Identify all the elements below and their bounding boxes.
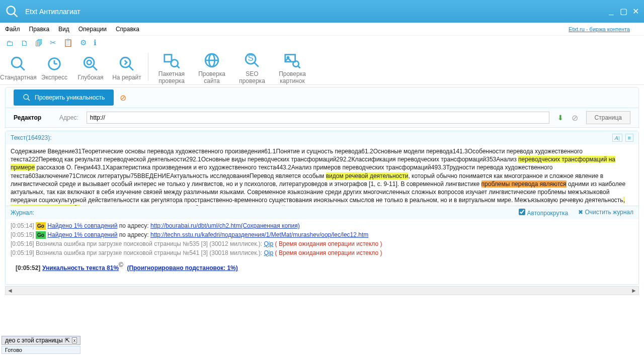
menu-file[interactable]: Файл [5,26,20,33]
window-title: Etxt Антиплагиат [25,8,607,16]
svg-line-11 [129,66,133,70]
menu-bar: Файл Правка Вид Операции Справка Etxt.ru… [0,23,644,36]
svg-line-14 [177,66,179,68]
log-row: [0:05:16] Возникла ошибка при загрузке п… [11,239,633,248]
svg-text:S: S [248,53,254,63]
svg-line-1 [14,13,18,17]
check-uniqueness-button[interactable]: Проверить уникальность [14,89,114,106]
svg-point-23 [293,61,298,66]
copy-icon[interactable]: 🗐 [35,39,43,47]
url-link[interactable]: http://techn.sstu.ru/kafedri/подразделен… [150,231,368,238]
check-images[interactable]: Проверкакартинок [272,50,312,84]
font-icon[interactable]: A| [612,134,622,142]
scroll-right-icon[interactable]: ► [629,287,638,294]
text-header: Текст(164923): [11,134,52,141]
log-row: [0:05:19] Возникла ошибка при загрузке п… [11,248,633,257]
journal-log: [0:05:14] Go Найдено 1% совпадений по ад… [6,219,638,285]
status-ready: Готово [2,346,80,354]
svg-point-25 [24,95,28,99]
main-toolbar: Стандартная Экспресс Глубокая На рерайт … [0,50,644,85]
open-icon[interactable]: 🗀 [6,39,14,47]
tag-pin-icon[interactable]: ⇱ [65,337,70,344]
svg-line-8 [93,66,97,70]
h-scrollbar[interactable]: ◄ ► [5,286,639,295]
svg-rect-12 [165,54,172,61]
menu-view[interactable]: Вид [58,26,69,33]
tag-close-icon[interactable]: x [72,337,77,343]
address-bar: Редактор Адрес: ⬇ ⊘ Страница [5,108,639,128]
stop-icon[interactable]: ⊘ [120,93,126,103]
editor-label: Редактор [14,114,41,121]
scroll-left-icon[interactable]: ◄ [6,287,15,294]
download-icon[interactable]: ⬇ [557,114,564,122]
align-icon[interactable]: ≡ [625,134,633,142]
etxt-link[interactable]: Etxt.ru - биржа контента [569,26,630,32]
page-button[interactable]: Страница [586,111,630,124]
match-link[interactable]: Найдено 1% совпадений [47,222,117,229]
paste-icon[interactable]: 📋 [63,38,73,47]
journal-header: Журнал: Автопрокрутка ✖ Очистить журнал [6,206,638,219]
result-row: [0:05:52] Уникальность текста 81%© (Прои… [11,257,633,277]
svg-line-3 [20,66,25,70]
mini-toolbar: 🗀 🗋 🗐 ✂ 📋 ⚙ ℹ [0,36,644,50]
check-deep[interactable]: Глубокая [72,54,109,81]
svg-point-0 [7,6,15,14]
text-content[interactable]: Содержание Введение31Теоретические основ… [6,144,638,206]
action-bar: Проверить уникальность ⊘ [5,87,639,108]
clear-icon[interactable]: ⊘ [572,113,578,123]
menu-help[interactable]: Справка [116,26,139,33]
minimize-btn[interactable]: _ [607,7,616,16]
check-site[interactable]: Проверкасайта [192,50,232,84]
cut-icon[interactable]: ✂ [50,38,56,47]
svg-line-26 [28,99,30,101]
app-logo-icon [4,4,20,20]
page-tag[interactable]: део с этой страницы ⇱x [2,336,80,345]
ignored-link[interactable]: (Проигнорировано подстановок: 1%) [127,264,237,272]
text-frame: Текст(164923): A| ≡ Содержание Введение3… [5,131,639,285]
check-batch[interactable]: Пакетнаяпроверка [151,50,192,84]
check-standard[interactable]: Стандартная [0,54,36,81]
menu-edit[interactable]: Правка [29,26,50,33]
svg-point-10 [120,57,130,67]
match-link[interactable]: Найдено 1% совпадений [47,231,117,238]
svg-point-13 [171,59,178,66]
log-row: [0:05:14] Go Найдено 1% совпадений по ад… [11,221,633,230]
uniqueness-result[interactable]: Уникальность текста 81% [42,264,119,272]
new-icon[interactable]: 🗋 [21,39,28,47]
address-label: Адрес: [59,114,78,121]
svg-point-9 [87,60,92,64]
svg-point-7 [84,57,94,67]
svg-point-2 [12,57,22,67]
check-express[interactable]: Экспресс [36,54,72,81]
check-seo[interactable]: SSEOпроверка [232,50,272,84]
address-input[interactable] [87,112,549,124]
svg-line-19 [254,62,259,67]
close-btn[interactable]: ✕ [631,7,640,16]
qip-link[interactable]: Qip [264,249,274,256]
maximize-btn[interactable]: ▢ [619,7,628,16]
info-icon[interactable]: ℹ [94,38,97,47]
qip-link[interactable]: Qip [264,240,274,247]
title-bar: Etxt Антиплагиат _ ▢ ✕ [0,0,644,23]
menu-ops[interactable]: Операции [78,26,107,33]
log-row: [0:05:15] Go Найдено 1% совпадений по ад… [11,230,633,239]
clear-journal[interactable]: ✖ Очистить журнал [578,209,633,217]
url-link[interactable]: http://bourabai.ru/dbt/uml/ch2.htm(Сохра… [150,222,300,229]
check-rewrite[interactable]: На рерайт [109,54,145,81]
settings-icon[interactable]: ⚙ [80,38,87,47]
svg-line-24 [298,66,300,68]
autoscroll-toggle[interactable]: Автопрокрутка [519,209,568,217]
